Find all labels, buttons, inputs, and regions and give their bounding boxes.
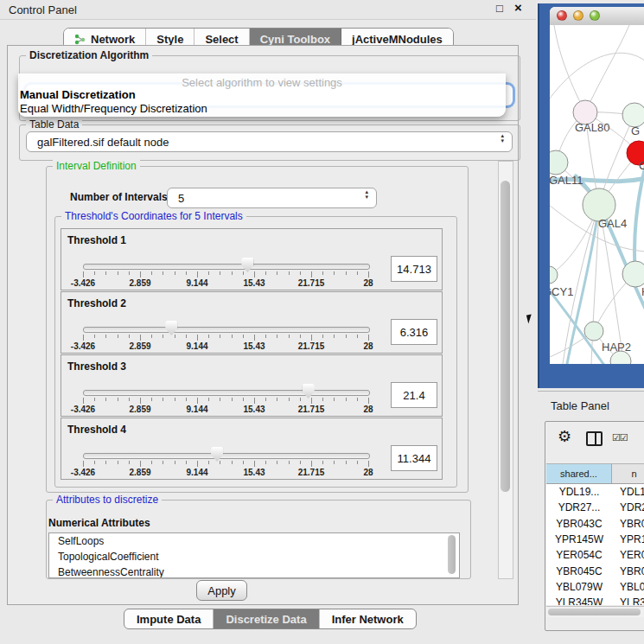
network-node-g[interactable]	[622, 103, 644, 127]
scale-label: 2.859	[129, 278, 150, 288]
table-data-combobox[interactable]: galFiltered.sif default node ▴▾	[26, 131, 513, 152]
num-intervals-combobox[interactable]: 5 ▴▾	[167, 188, 377, 208]
scale-label: -3.426	[71, 405, 95, 414]
slider-thumb[interactable]	[165, 321, 177, 335]
node-label: G	[631, 124, 640, 137]
table-body: YDL19...YDL1YDR27...YDR2YBR043CYBR0YPR14…	[546, 484, 644, 605]
attribute-item[interactable]: BetweennessCentrality	[49, 564, 459, 578]
table-header-row: shared...n	[546, 463, 644, 484]
zoom-window-icon[interactable]	[590, 10, 600, 21]
column-header-2[interactable]: n	[612, 464, 644, 483]
cell-shared-name[interactable]: YDL19...	[546, 484, 612, 500]
scale-label: -3.426	[71, 278, 95, 288]
tab-label: jActiveMNodules	[352, 33, 443, 46]
threshold-value-field[interactable]: 14.713	[391, 256, 437, 282]
cell-name[interactable]: YPR1	[612, 532, 644, 547]
table-data-value: galFiltered.sif default node	[37, 136, 169, 149]
cell-shared-name[interactable]: YPR145W	[546, 532, 612, 547]
attributes-list-scrollbar[interactable]	[448, 535, 456, 574]
settings-scrollbar-track[interactable]	[498, 161, 513, 579]
network-node-h[interactable]	[622, 261, 644, 287]
screen: Control Panel □ × NetworkStyleSelectCyni…	[0, 0, 644, 644]
table-row[interactable]: YPR145WYPR1	[546, 532, 644, 547]
cell-name[interactable]: YLR3	[612, 595, 644, 605]
scale-label: 2.859	[129, 341, 150, 351]
cell-shared-name[interactable]: YBL079W	[546, 579, 612, 595]
bottom-tab-infer-network[interactable]: Infer Network	[320, 609, 416, 628]
dropdown-hint-item[interactable]: Select algorithm to view settings	[18, 76, 506, 89]
bottom-tab-discretize-data[interactable]: Discretize Data	[214, 609, 319, 628]
minimize-window-icon[interactable]	[573, 10, 583, 21]
num-intervals-label: Number of Intervals	[70, 191, 168, 203]
cell-shared-name[interactable]: YBR043C	[546, 516, 612, 532]
cell-name[interactable]: YBL0	[612, 579, 644, 595]
table-row[interactable]: YER054CYER0	[546, 547, 644, 563]
threshold-label: Threshold 3	[67, 360, 126, 373]
cell-name[interactable]: YBR0	[612, 563, 644, 578]
network-view-frame: GAL80GCGAL11GAL4GCY1HHAP2	[538, 3, 644, 388]
cell-name[interactable]: YDL1	[612, 484, 644, 500]
table-row[interactable]: YBR043CYBR0	[546, 516, 644, 532]
scale-label: -3.426	[71, 341, 95, 351]
close-window-icon[interactable]	[557, 10, 567, 21]
attribute-item[interactable]: SelfLoops	[49, 533, 459, 549]
bottom-tab-impute-data[interactable]: Impute Data	[124, 609, 214, 628]
table-panel-title: Table Panel	[551, 399, 609, 412]
slider-scale-labels: -3.4262.8599.14415.4321.71528	[83, 468, 368, 478]
slider-track[interactable]	[83, 264, 370, 270]
attributes-group-title: Attributes to discretize	[53, 494, 162, 506]
network-window-titlebar[interactable]	[550, 7, 644, 26]
threshold-label: Threshold 1	[67, 234, 126, 246]
slider-track[interactable]	[83, 390, 370, 396]
cell-name[interactable]: YDR2	[612, 500, 644, 515]
cell-name[interactable]: YER0	[612, 547, 644, 563]
slider-thumb[interactable]	[211, 447, 223, 462]
cell-shared-name[interactable]: YBR045C	[546, 563, 612, 578]
threshold-value-field[interactable]: 11.344	[391, 445, 437, 471]
threshold-coordinates-title: Threshold's Coordinates for 5 Intervals	[61, 210, 246, 222]
slider-track[interactable]	[83, 327, 370, 333]
scale-label: 15.43	[243, 468, 265, 477]
scale-label: 28	[363, 278, 373, 288]
table-row[interactable]: YBR045CYBR0	[546, 563, 644, 578]
numerical-attributes-list[interactable]: SelfLoopsTopologicalCoefficientBetweenne…	[48, 532, 460, 578]
table-row[interactable]: YDL19...YDL1	[546, 484, 644, 500]
table-row[interactable]: YDR27...YDR2	[546, 500, 644, 515]
slider-thumb[interactable]	[241, 258, 253, 272]
checkbox-columns-icon[interactable]: ☑☑	[612, 432, 628, 443]
cell-name[interactable]: YBR0	[612, 516, 644, 532]
dropdown-option-equal-width[interactable]: Equal Width/Frequency Discretization	[20, 102, 207, 115]
scale-label: 15.43	[243, 405, 265, 414]
scale-label: 2.859	[129, 468, 150, 477]
node-table[interactable]: shared...n YDL19...YDL1YDR27...YDR2YBR04…	[546, 463, 644, 605]
slider-thumb[interactable]	[303, 384, 315, 399]
threshold-value-field[interactable]: 6.316	[391, 319, 437, 345]
slider-track[interactable]	[83, 453, 370, 459]
cell-shared-name[interactable]: YDR27...	[546, 500, 612, 515]
num-intervals-value: 5	[178, 192, 184, 205]
network-node-gcy1[interactable]	[550, 266, 558, 284]
dropdown-option-manual[interactable]: Manual Discretization	[20, 88, 136, 101]
table-hscrollbar[interactable]	[546, 606, 644, 617]
threshold-value-field[interactable]: 21.4	[391, 382, 437, 408]
split-columns-icon[interactable]	[586, 431, 603, 446]
table-row[interactable]: YLR345WYLR3	[546, 595, 644, 605]
bottom-tabs: Impute DataDiscretize DataInfer Network	[124, 609, 417, 629]
column-header-1[interactable]: shared...	[546, 464, 612, 483]
close-panel-icon[interactable]: ×	[514, 0, 522, 15]
table-row[interactable]: YBL079WYBL0	[546, 579, 644, 595]
apply-button[interactable]: Apply	[196, 580, 247, 601]
table-panel-titlebar: Table Panel	[538, 391, 644, 419]
network-canvas[interactable]: GAL80GCGAL11GAL4GCY1HHAP2	[550, 25, 644, 364]
attribute-item[interactable]: TopologicalCoefficient	[49, 549, 459, 564]
cell-shared-name[interactable]: YLR345W	[546, 595, 612, 605]
network-icon	[74, 34, 86, 45]
table-hscrollbar-thumb[interactable]	[548, 609, 641, 615]
panel-title: Control Panel	[9, 3, 77, 16]
settings-scrollbar-thumb[interactable]	[501, 181, 510, 492]
float-panel-icon[interactable]: □	[496, 2, 503, 15]
network-node-hap2[interactable]	[584, 322, 603, 341]
gear-icon[interactable]: ⚙	[558, 429, 571, 444]
table-data-title: Table Data	[26, 118, 82, 131]
cell-shared-name[interactable]: YER054C	[546, 547, 612, 563]
